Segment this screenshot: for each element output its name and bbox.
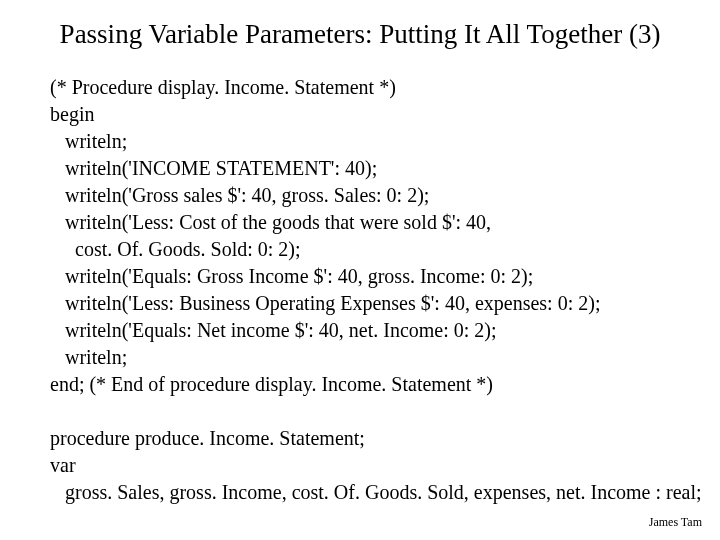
slide-content: Passing Variable Parameters: Putting It …: [0, 0, 720, 506]
author-footer: James Tam: [649, 515, 702, 530]
slide-title: Passing Variable Parameters: Putting It …: [50, 18, 670, 52]
code-block: (* Procedure display. Income. Statement …: [50, 74, 670, 506]
